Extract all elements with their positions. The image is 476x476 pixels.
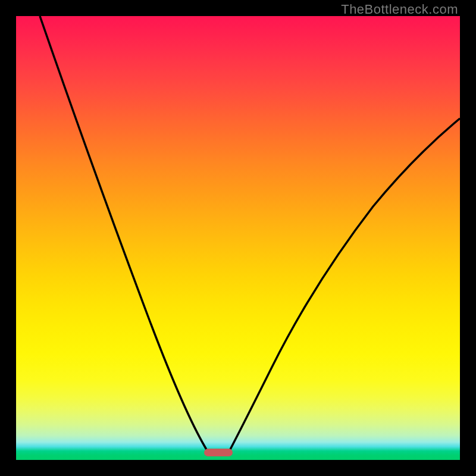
watermark-text: TheBottleneck.com <box>341 2 458 17</box>
chart-frame <box>0 0 476 476</box>
